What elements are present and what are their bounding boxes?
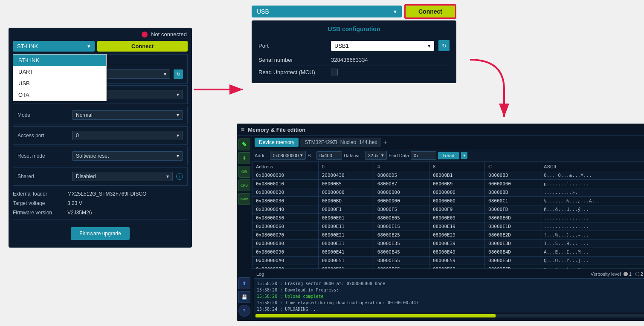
table-row: 08000BD bbox=[318, 197, 374, 205]
tab-hex-file[interactable]: STM32F429ZI_Nucleo_144.hex bbox=[300, 138, 381, 147]
reset-mode-dropdown[interactable]: Software reset ▾ bbox=[72, 151, 183, 161]
menu-item-stlink[interactable]: ST-LINK bbox=[13, 55, 106, 66]
connect-button[interactable]: Connect bbox=[97, 41, 188, 52]
table-row: 0x08000070 bbox=[252, 231, 319, 239]
ob-icon-btn[interactable]: OB bbox=[238, 166, 250, 178]
table-row: 08000F1 bbox=[318, 205, 374, 214]
size-input[interactable] bbox=[316, 151, 342, 160]
usb-connect-button[interactable]: Connect bbox=[404, 4, 456, 19]
shared-dropdown[interactable]: Disabled ▾ bbox=[72, 172, 173, 181]
table-row: 0x08000090 bbox=[252, 248, 319, 257]
table-row: 1...5...9...=... bbox=[540, 239, 644, 248]
not-connected-text: Not connected bbox=[151, 31, 187, 38]
menu-item-uart[interactable]: UART bbox=[13, 66, 106, 78]
log-line: 15:58:24 : UPLOADING ... bbox=[257, 306, 644, 312]
read-dropdown-arrow[interactable]: ▾ bbox=[461, 152, 467, 159]
table-row: 20000430 bbox=[318, 171, 374, 180]
usb-refresh-button[interactable]: ↻ bbox=[438, 40, 450, 51]
table-row: 00000000 bbox=[374, 188, 429, 197]
verbosity-label: Verbosity level bbox=[591, 271, 621, 277]
progress-bar-fill bbox=[255, 314, 496, 317]
table-row: 0x08000060 bbox=[252, 222, 319, 231]
find-data-label: Find Data bbox=[389, 153, 409, 158]
external-loader-value: MX25L512G_STM32F769I-DISCO bbox=[67, 191, 146, 197]
log-area: Log Verbosity level 1 2 bbox=[252, 268, 644, 321]
table-row: 08000E21 bbox=[318, 231, 374, 239]
not-connected-dot bbox=[142, 32, 148, 38]
table-row: Q...U...Y...]... bbox=[540, 257, 644, 265]
read-button[interactable]: Read bbox=[438, 152, 459, 159]
chevron-down-icon: ▾ bbox=[177, 153, 179, 159]
usb-type-dropdown[interactable]: USB ▾ bbox=[252, 6, 402, 17]
usb-port-dropdown[interactable]: USB1 ▾ bbox=[331, 41, 434, 51]
usb-port-row: Port USB1 ▾ ↻ bbox=[258, 38, 450, 54]
target-voltage-row: Target voltage 3.23 V bbox=[13, 199, 188, 208]
memory-table-container: Address 0 4 8 C ASCII 0x08000000 2000043… bbox=[252, 162, 644, 268]
top-center-panel: USB ▾ Connect USB configuration Port USB… bbox=[252, 4, 456, 83]
menu-item-ota[interactable]: OTA bbox=[13, 89, 106, 101]
table-row: 08000C1 bbox=[485, 197, 540, 205]
table-row: 08000E01 bbox=[318, 214, 374, 222]
data-width-dropdown[interactable]: 32-bit ▾ bbox=[365, 151, 387, 160]
menu-item-usb[interactable]: USB bbox=[13, 78, 106, 89]
memory-table: Address 0 4 8 C ASCII 0x08000000 2000043… bbox=[252, 162, 644, 268]
memory-title: Memory & File edition bbox=[248, 127, 305, 133]
tabs-row: Device memory STM32F429ZI_Nucleo_144.hex… bbox=[252, 136, 644, 149]
edit-icon-btn[interactable]: ✎ bbox=[238, 138, 250, 150]
read-unprotect-label: Read Unprotect (MCU) bbox=[258, 69, 327, 75]
download-icon-btn[interactable]: ⬇ bbox=[238, 152, 250, 164]
chevron-down-icon: ▾ bbox=[381, 153, 384, 158]
serial-number-row: Serial number 328436663334 bbox=[258, 54, 450, 66]
table-row: 08000F9 bbox=[429, 205, 484, 214]
table-row: ..........». bbox=[540, 188, 644, 197]
table-row: 08000E31 bbox=[318, 239, 374, 248]
table-row: 08000B7 bbox=[374, 180, 429, 188]
upload-icon-btn[interactable]: ⬆ bbox=[238, 277, 250, 289]
access-port-label: Access port bbox=[17, 133, 69, 138]
mode-dropdown[interactable]: Normal ▾ bbox=[72, 110, 183, 120]
tab-device-memory[interactable]: Device memory bbox=[255, 138, 299, 147]
table-row: ................ bbox=[540, 214, 644, 222]
table-row: 0x080000B0 bbox=[252, 265, 319, 269]
connection-type-dropdown[interactable]: ST-LINK ▾ bbox=[13, 41, 95, 52]
addr-dropdown[interactable]: 0x08000000 ▾ bbox=[270, 151, 306, 160]
table-row: a...e...i...m... bbox=[540, 265, 644, 269]
table-row: 0x08000040 bbox=[252, 205, 319, 214]
shared-info-icon[interactable]: i bbox=[176, 173, 183, 180]
firmware-upgrade-button[interactable]: Firmware upgrade bbox=[71, 227, 129, 240]
table-row: 08000E39 bbox=[429, 239, 484, 248]
verbosity-2[interactable]: 2 bbox=[635, 271, 643, 277]
verbosity-1[interactable]: 1 bbox=[624, 271, 632, 277]
table-row: 08000E0D bbox=[485, 214, 540, 222]
log-title: Log bbox=[256, 271, 264, 277]
access-port-dropdown[interactable]: 0 ▾ bbox=[72, 131, 183, 140]
port-refresh-button[interactable]: ↻ bbox=[174, 69, 183, 79]
target-voltage-label: Target voltage bbox=[13, 200, 64, 206]
find-data-input[interactable] bbox=[411, 151, 436, 160]
shared-row: Shared Disabled ▾ i bbox=[17, 170, 183, 183]
chevron-down-icon: ▾ bbox=[177, 133, 179, 138]
cpu-icon-btn[interactable]: CPU bbox=[238, 179, 250, 191]
log-line: 15:58:20 : Upload complete bbox=[257, 293, 644, 300]
table-row: 08000E49 bbox=[429, 248, 484, 257]
connection-row: ST-LINK ▾ Connect ST-LINK UART USB OTA bbox=[9, 41, 192, 54]
size-label: S... bbox=[307, 153, 315, 158]
chevron-down-icon: ▾ bbox=[166, 173, 169, 179]
table-row: 08000E15 bbox=[374, 222, 429, 231]
add-tab-button[interactable]: + bbox=[383, 138, 387, 146]
usb-port-label: Port bbox=[258, 43, 327, 49]
table-row: 08000E5D bbox=[485, 257, 540, 265]
save-icon-btn[interactable]: 💾 bbox=[238, 291, 250, 303]
log-content: 15:58:20 : Erasing sector 0000 at: 0x080… bbox=[254, 278, 644, 312]
swv-icon-btn[interactable]: SWV bbox=[238, 193, 250, 205]
table-row: 0x08000030 bbox=[252, 197, 319, 205]
help-icon-btn[interactable]: ? bbox=[238, 305, 250, 317]
hamburger-icon[interactable]: ≡ bbox=[241, 126, 244, 133]
read-unprotect-row: Read Unprotect (MCU) bbox=[258, 66, 450, 78]
read-unprotect-checkbox[interactable] bbox=[331, 69, 338, 75]
table-row: 08000E2D bbox=[485, 231, 540, 239]
table-row: 08000E6D bbox=[485, 265, 540, 269]
table-row: 08000B5 bbox=[318, 180, 374, 188]
table-row: 08000E51 bbox=[318, 257, 374, 265]
table-row: 0... 0...±...¥... bbox=[540, 171, 644, 180]
